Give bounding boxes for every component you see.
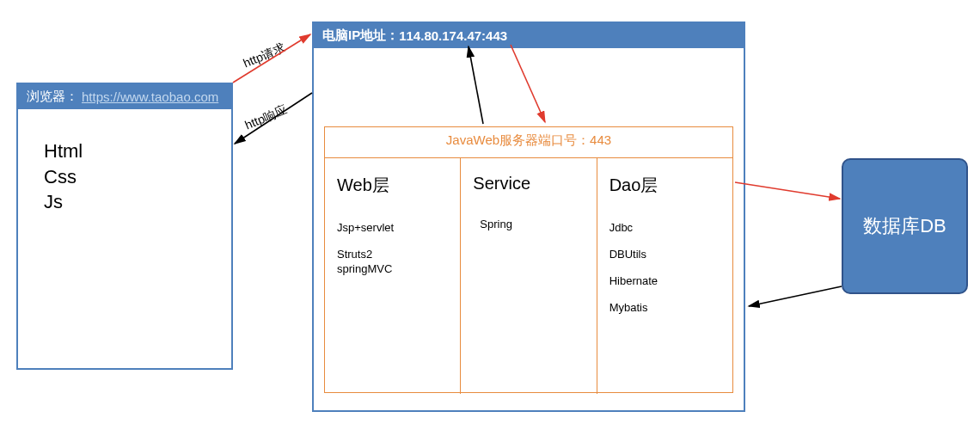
layer-item: Jsp+servlet [337, 221, 448, 236]
layer-item: Hibernate [609, 274, 720, 289]
layer-item: Struts2 springMVC [337, 248, 448, 277]
layer-dao: Dao层 Jdbc DBUtils Hibernate Mybatis [597, 158, 732, 394]
browser-url-link[interactable]: https://www.taobao.com [82, 89, 218, 104]
browser-panel: 浏览器： https://www.taobao.com Html Css Js [16, 83, 233, 370]
layer-service: Service Spring [461, 158, 597, 394]
layer-row: Web层 Jsp+servlet Struts2 springMVC Servi… [325, 158, 732, 394]
browser-header: 浏览器： https://www.taobao.com [18, 84, 231, 109]
browser-tech: Js [44, 189, 205, 215]
layer-item: Jdbc [609, 221, 720, 236]
edge-label-response: http响应 [243, 102, 290, 134]
browser-body: Html Css Js [18, 109, 231, 244]
layer-title: Web层 [337, 174, 448, 197]
server-ip-value: 114.80.174.47:443 [399, 28, 507, 43]
server-panel: 电脑IP地址： 114.80.174.47:443 JavaWeb服务器端口号：… [312, 22, 745, 412]
browser-tech: Html [44, 138, 205, 164]
server-ip-label: 电脑IP地址： [322, 28, 399, 44]
browser-tech: Css [44, 164, 205, 190]
layer-item: DBUtils [609, 248, 720, 262]
layer-item: Spring [473, 218, 584, 232]
edge-label-request: http请求 [242, 40, 288, 72]
layer-title: Service [473, 174, 584, 194]
arrow-db-to-dao [749, 286, 842, 306]
layer-web: Web层 Jsp+servlet Struts2 springMVC [325, 158, 461, 394]
database-panel: 数据库DB [842, 158, 968, 294]
javaweb-panel: JavaWeb服务器端口号：443 Web层 Jsp+servlet Strut… [324, 126, 733, 393]
database-label: 数据库DB [863, 213, 946, 239]
layer-title: Dao层 [609, 174, 720, 197]
javaweb-title: JavaWeb服务器端口号：443 [325, 127, 732, 158]
server-header: 电脑IP地址： 114.80.174.47:443 [314, 23, 744, 48]
browser-label: 浏览器： [27, 89, 78, 105]
layer-item: Mybatis [609, 301, 720, 316]
arrow-dao-to-db [735, 182, 840, 199]
